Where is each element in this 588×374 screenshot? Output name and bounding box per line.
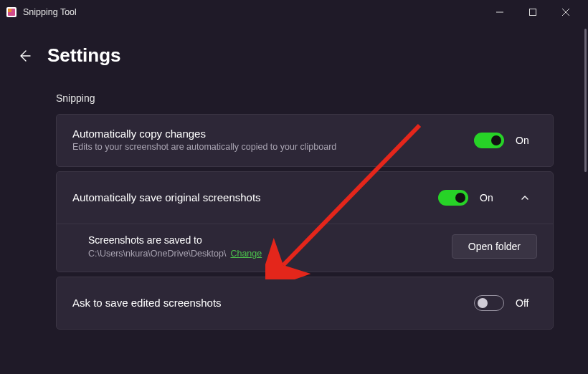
svg-rect-2 (8, 9, 11, 12)
back-button[interactable] (17, 49, 32, 63)
scrollbar-thumb[interactable] (584, 29, 587, 172)
save-location-path: C:\Users\nkura\OneDrive\Desktop\ (88, 249, 226, 259)
minimize-button[interactable] (483, 0, 516, 24)
content-area: Settings Snipping Automatically copy cha… (0, 24, 584, 374)
save-location-row: Screenshots are saved to C:\Users\nkura\… (57, 224, 553, 272)
title-bar: Snipping Tool (0, 0, 588, 24)
toggle-ask-save[interactable] (474, 295, 504, 311)
setting-auto-copy: Automatically copy changes Edits to your… (56, 114, 554, 167)
setting-title: Ask to save edited screenshots (72, 297, 463, 309)
toggle-state-label: On (516, 135, 537, 146)
section-label: Snipping (56, 92, 554, 104)
expand-collapse-button[interactable] (513, 186, 537, 210)
setting-subtitle: Edits to your screenshot are automatical… (72, 141, 463, 153)
app-icon (6, 6, 17, 18)
window-controls (483, 0, 582, 24)
maximize-button[interactable] (516, 0, 549, 24)
page-title: Settings (47, 44, 121, 67)
change-location-link[interactable]: Change (230, 249, 262, 259)
toggle-auto-copy[interactable] (474, 133, 504, 148)
window-title: Snipping Tool (23, 7, 483, 17)
toggle-auto-save[interactable] (438, 190, 468, 206)
open-folder-button[interactable]: Open folder (452, 234, 537, 259)
setting-auto-save: Automatically save original screenshots … (56, 171, 554, 272)
save-location-title: Screenshots are saved to (88, 234, 440, 246)
close-button[interactable] (549, 0, 582, 24)
setting-title: Automatically copy changes (72, 128, 463, 140)
svg-rect-4 (530, 9, 536, 16)
page-header: Settings (17, 44, 554, 67)
setting-ask-save: Ask to save edited screenshots Off (56, 277, 554, 330)
setting-title: Automatically save original screenshots (72, 191, 427, 203)
toggle-state-label: On (480, 192, 501, 203)
toggle-state-label: Off (516, 297, 537, 309)
